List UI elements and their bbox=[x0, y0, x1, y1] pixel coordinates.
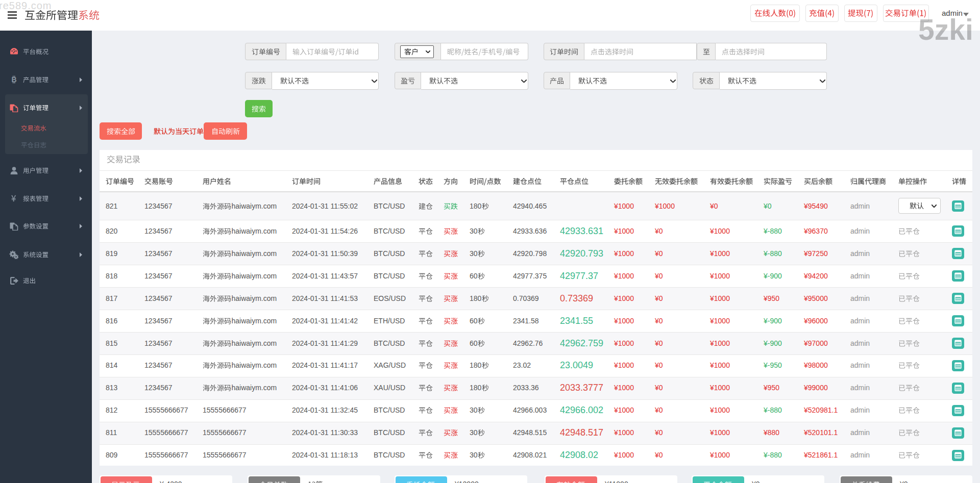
svg-text:B: B bbox=[11, 75, 16, 84]
